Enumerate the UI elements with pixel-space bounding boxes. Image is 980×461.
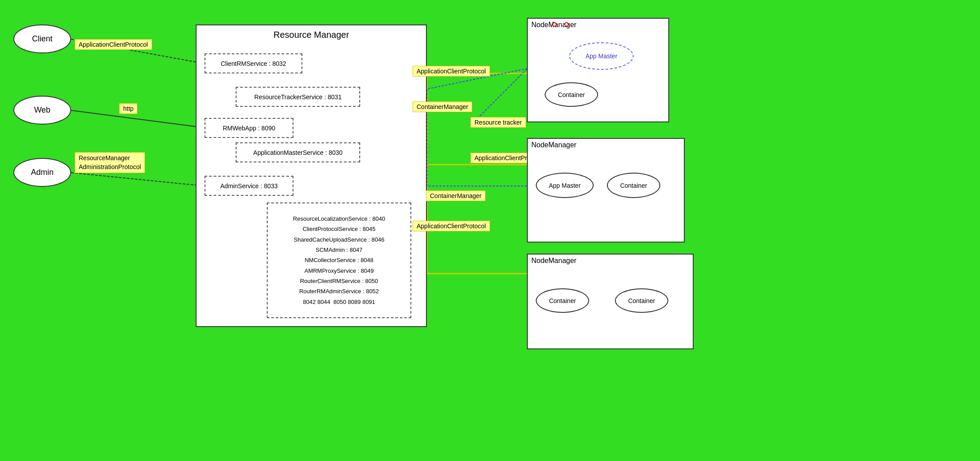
nm1-app-master: App Master [569,42,634,70]
nm3-title: NodeManager [528,255,693,267]
client-rm-service-text: ClientRMService : 8032 [221,60,286,67]
app-master-service-text: ApplicationMasterService : 8030 [253,149,343,156]
client-rm-service-box: ClientRMService : 8032 [205,53,302,73]
rm-admin-protocol-label: ResourceManagerAdministrationProtocol [75,152,145,173]
app-master-protocol-label-2: ContainerManager [426,190,486,201]
nm1-container-text: Container [558,91,585,98]
app-client-protocol-label: ApplicationClientProtocol [75,39,152,50]
nm1-container: Container [545,82,598,107]
nm3-container-2-text: Container [628,297,655,304]
resource-tracker-text-1: ApplicationClientProtocol [417,68,486,75]
nm1-app-master-text: App Master [586,53,618,60]
admin-service-text: AdminService : 8033 [220,182,277,190]
app-master-protocol-text-1: ContainerManager [417,103,468,110]
admin-ellipse: Admin [13,158,71,187]
app-master-protocol-label-1: ContainerManager [413,101,472,112]
resource-tracker-label-3: ApplicationClientProtocol [413,221,490,231]
app-master-protocol-text-2: ContainerManager [430,192,482,199]
rm-admin-protocol-text: ResourceManagerAdministrationProtocol [79,154,141,170]
nm2-title: NodeManager [528,139,684,151]
http-label: http [119,103,137,114]
http-text: http [123,105,133,112]
resource-tracker-text-3: ApplicationClientProtocol [417,222,486,230]
svg-line-2 [71,173,205,186]
inner-services-box: ResourceLocalizationService : 8040Client… [267,202,411,318]
nm1-title: NodeManager [528,19,668,31]
client-label: Client [32,34,52,44]
nm2-app-master-text: App Master [549,182,581,189]
resource-tracker-service-text: ResourceTrackerService : 8031 [254,93,341,101]
admin-service-box: AdminService : 8033 [205,176,293,196]
container-manager-label-1: Resource tracker [470,117,526,128]
admin-label: Admin [31,168,53,177]
arrows-svg [0,0,980,461]
app-master-service-box: ApplicationMasterService : 8030 [236,142,360,162]
resource-tracker-service-box: ResourceTrackerService : 8031 [236,87,360,107]
nm3-container-1-text: Container [549,297,576,304]
web-label: Web [34,105,51,115]
nm2-container-text: Container [620,182,647,189]
container-manager-text-1: Resource tracker [474,119,522,126]
rm-webapp-text: RMWebApp : 8090 [223,125,275,132]
nm3-container-1: Container [536,288,589,313]
rm-title: Resource Manager [197,25,426,42]
nm2-app-master: App Master [536,173,594,198]
svg-line-1 [71,110,205,128]
web-ellipse: Web [13,96,71,125]
rm-webapp-box: RMWebApp : 8090 [205,118,293,138]
resource-tracker-label-1: ApplicationClientProtocol [413,66,490,77]
diagram-container: Client Web Admin ApplicationClientProtoc… [0,0,980,461]
nm3-container-2: Container [615,288,668,313]
nm2-container: Container [607,173,660,198]
app-client-protocol-text: ApplicationClientProtocol [79,41,148,48]
inner-services-text: ResourceLocalizationService : 8040Client… [293,214,385,307]
client-ellipse: Client [13,24,71,53]
node-manager-box-1: NodeManager [527,18,669,122]
